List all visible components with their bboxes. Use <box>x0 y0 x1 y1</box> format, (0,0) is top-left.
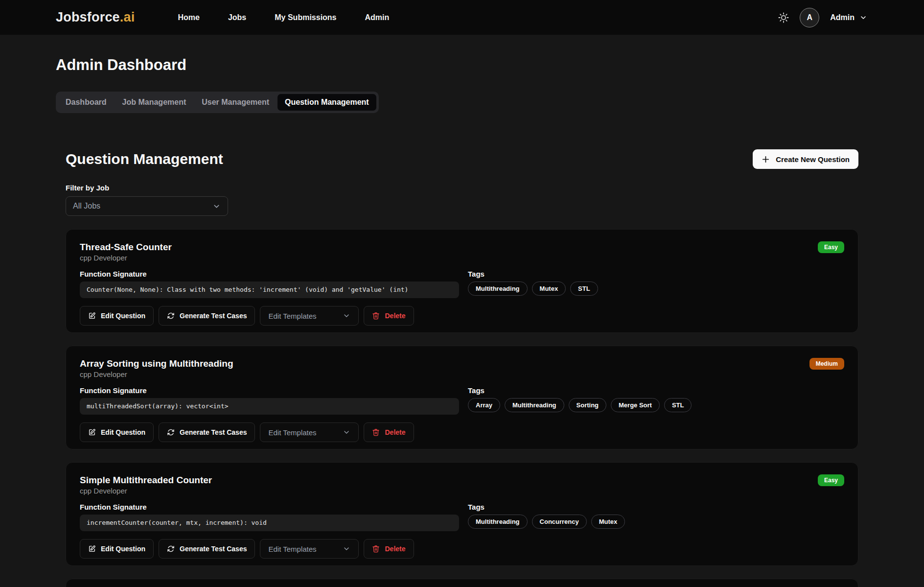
tags-block: Tags MultithreadingConcurrencyMutex <box>468 503 844 531</box>
edit-templates-select[interactable]: Edit Templates <box>260 539 359 559</box>
question-list: Thread-Safe Counter cpp Developer Easy F… <box>66 229 858 587</box>
trash-icon <box>372 545 380 553</box>
delete-question-button[interactable]: Delete <box>364 539 414 559</box>
edit-templates-label: Edit Templates <box>268 428 316 437</box>
signature-code: incrementCounter(counter, mtx, increment… <box>80 515 459 531</box>
logo-suffix: .ai <box>120 10 135 24</box>
tags-label: Tags <box>468 503 844 511</box>
edit-question-label: Edit Question <box>101 312 145 320</box>
tab-dashboard[interactable]: Dashboard <box>58 94 114 111</box>
tag-chip: Sorting <box>569 398 607 412</box>
admin-tabs: Dashboard Job Management User Management… <box>56 92 379 113</box>
question-job: cpp Developer <box>80 487 212 495</box>
signature-block: Function Signature Counter(None, None): … <box>80 270 459 298</box>
delete-question-button[interactable]: Delete <box>364 306 414 326</box>
main-nav: Home Jobs My Submissions Admin <box>178 13 389 22</box>
create-new-question-button[interactable]: Create New Question <box>753 149 858 169</box>
function-signature-label: Function Signature <box>80 503 459 511</box>
avatar[interactable]: A <box>800 8 819 27</box>
delete-label: Delete <box>385 312 405 320</box>
generate-test-cases-label: Generate Test Cases <box>180 545 247 553</box>
tag-list: ArrayMultithreadingSortingMerge SortSTL <box>468 398 844 412</box>
edit-question-button[interactable]: Edit Question <box>80 539 154 559</box>
edit-question-button[interactable]: Edit Question <box>80 423 154 442</box>
refresh-icon <box>167 428 175 436</box>
card-actions: Edit Question Generate Test Cases Edit T… <box>80 423 844 442</box>
chevron-down-icon <box>343 428 350 436</box>
function-signature-label: Function Signature <box>80 386 459 395</box>
delete-question-button[interactable]: Delete <box>364 423 414 442</box>
tag-chip: Mutex <box>532 282 566 296</box>
tag-chip: Concurrency <box>532 515 587 529</box>
tags-block: Tags ArrayMultithreadingSortingMerge Sor… <box>468 386 844 415</box>
tags-label: Tags <box>468 386 844 395</box>
header-right: A Admin <box>778 8 867 27</box>
nav-item-admin[interactable]: Admin <box>365 13 390 22</box>
tag-chip: Multithreading <box>505 398 564 412</box>
create-new-question-label: Create New Question <box>776 155 850 164</box>
question-card: Array Sorting using Multithreading cpp D… <box>66 346 858 449</box>
chevron-down-icon <box>212 202 221 211</box>
top-navbar: Jobsforce.ai Home Jobs My Submissions Ad… <box>0 0 924 35</box>
function-signature-label: Function Signature <box>80 270 459 278</box>
generate-test-cases-label: Generate Test Cases <box>180 428 247 436</box>
edit-question-label: Edit Question <box>101 545 145 553</box>
difficulty-badge: Medium <box>809 358 844 370</box>
generate-test-cases-label: Generate Test Cases <box>180 312 247 320</box>
theme-toggle-button[interactable] <box>778 12 789 23</box>
chevron-down-icon <box>343 545 350 553</box>
generate-test-cases-button[interactable]: Generate Test Cases <box>159 306 255 326</box>
logo[interactable]: Jobsforce.ai <box>56 10 135 25</box>
question-card: Simple Multithreaded Counter cpp Develop… <box>66 462 858 566</box>
refresh-icon <box>167 545 175 553</box>
signature-block: Function Signature multiThreadedSort(arr… <box>80 386 459 415</box>
signature-block: Function Signature incrementCounter(coun… <box>80 503 459 531</box>
edit-templates-select[interactable]: Edit Templates <box>260 306 359 326</box>
sun-icon <box>778 12 789 23</box>
tag-chip: STL <box>664 398 692 412</box>
tag-list: MultithreadingConcurrencyMutex <box>468 515 844 529</box>
nav-item-jobs[interactable]: Jobs <box>228 13 246 22</box>
question-card: Thread-Safe Counter cpp Developer Easy F… <box>66 229 858 333</box>
page-title: Admin Dashboard <box>56 56 868 74</box>
card-actions: Edit Question Generate Test Cases Edit T… <box>80 306 844 326</box>
difficulty-badge: Easy <box>818 241 844 253</box>
question-management-section: Question Management Create New Question … <box>56 149 868 587</box>
question-job: cpp Developer <box>80 370 233 378</box>
job-filter-value: All Jobs <box>73 202 100 211</box>
question-card: Finding Duplicate Elements in an Array E… <box>66 579 858 587</box>
question-job: cpp Developer <box>80 254 172 262</box>
filter-by-job-label: Filter by Job <box>66 184 858 192</box>
tag-chip: Merge Sort <box>611 398 660 412</box>
nav-item-home[interactable]: Home <box>178 13 199 22</box>
edit-templates-select[interactable]: Edit Templates <box>260 423 359 442</box>
edit-pencil-icon <box>88 545 96 553</box>
generate-test-cases-button[interactable]: Generate Test Cases <box>159 423 255 442</box>
nav-item-my-submissions[interactable]: My Submissions <box>275 13 336 22</box>
generate-test-cases-button[interactable]: Generate Test Cases <box>159 539 255 559</box>
tag-chip: Multithreading <box>468 282 528 296</box>
section-title: Question Management <box>66 151 223 167</box>
signature-code: Counter(None, None): Class with two meth… <box>80 282 459 298</box>
edit-templates-label: Edit Templates <box>268 545 316 553</box>
edit-question-label: Edit Question <box>101 428 145 436</box>
tags-label: Tags <box>468 270 844 278</box>
trash-icon <box>372 428 380 436</box>
signature-code: multiThreadedSort(array): vector<int> <box>80 398 459 415</box>
tab-user-management[interactable]: User Management <box>194 94 277 111</box>
job-filter-select[interactable]: All Jobs <box>66 196 228 216</box>
trash-icon <box>372 312 380 320</box>
edit-question-button[interactable]: Edit Question <box>80 306 154 326</box>
user-menu[interactable]: Admin <box>830 13 867 22</box>
refresh-icon <box>167 312 175 320</box>
question-title: Thread-Safe Counter <box>80 241 172 253</box>
chevron-down-icon <box>343 312 350 320</box>
delete-label: Delete <box>385 545 405 553</box>
question-title: Simple Multithreaded Counter <box>80 474 212 486</box>
tab-question-management[interactable]: Question Management <box>277 94 376 111</box>
tab-job-management[interactable]: Job Management <box>115 94 194 111</box>
edit-pencil-icon <box>88 428 96 436</box>
chevron-down-icon <box>859 14 867 22</box>
tag-list: MultithreadingMutexSTL <box>468 282 844 296</box>
main-content: Admin Dashboard Dashboard Job Management… <box>0 56 924 587</box>
